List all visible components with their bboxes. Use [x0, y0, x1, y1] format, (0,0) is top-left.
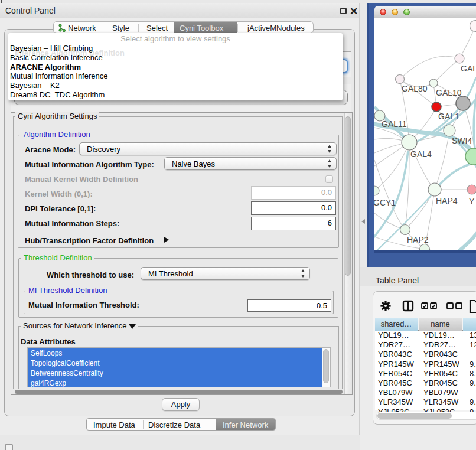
svg-text:Y: Y	[469, 197, 475, 206]
svg-text:GAL80: GAL80	[402, 84, 428, 93]
svg-text:GAL: GAL	[461, 64, 476, 73]
svg-text:GAL4: GAL4	[410, 149, 432, 159]
svg-text:GAL11: GAL11	[382, 119, 407, 129]
svg-text:SWI4: SWI4	[452, 136, 472, 145]
svg-text:GCY1: GCY1	[374, 198, 396, 207]
svg-text:HAP2: HAP2	[407, 235, 429, 244]
svg-text:GAL10: GAL10	[436, 88, 462, 97]
svg-text:GAL1: GAL1	[438, 112, 459, 121]
svg-text:HAP4: HAP4	[436, 196, 458, 206]
